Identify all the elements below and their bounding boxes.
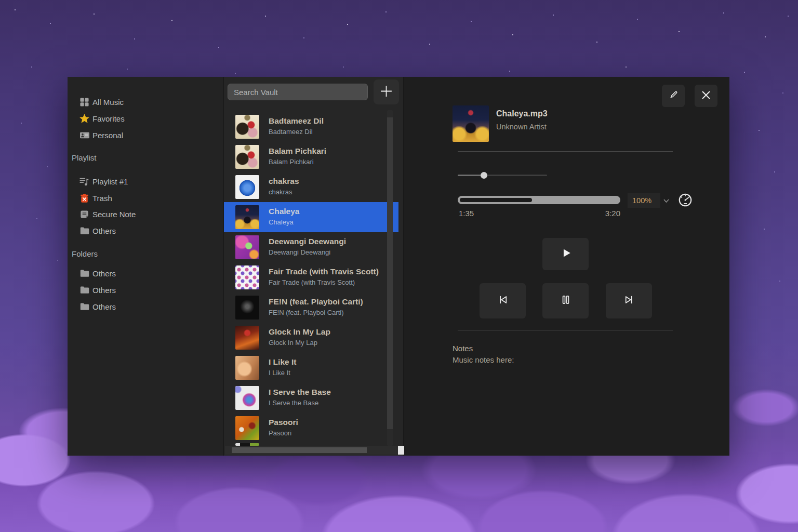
- album-art: [235, 145, 259, 169]
- secure-note-icon: [79, 209, 90, 220]
- sidebar-item-label: Others: [92, 227, 116, 235]
- next-button[interactable]: [606, 283, 652, 318]
- song-row[interactable]: I Like It I Like It: [224, 353, 398, 383]
- sidebar-section-playlist: Playlist: [72, 153, 97, 162]
- close-icon: [700, 89, 712, 103]
- song-title: I Serve the Base: [269, 388, 331, 397]
- sidebar-item-label: Secure Note: [92, 210, 136, 219]
- stars-decoration: [0, 0, 1, 1]
- song-subtitle: chakras: [269, 188, 292, 196]
- sidebar-item-favorites[interactable]: Favorites: [68, 112, 223, 125]
- time-elapsed: 1:35: [459, 209, 474, 218]
- song-row[interactable]: Glock In My Lap Glock In My Lap: [224, 323, 398, 353]
- previous-button[interactable]: [480, 283, 526, 318]
- volume-thumb[interactable]: [481, 172, 487, 179]
- song-subtitle: Deewangi Deewangi: [269, 248, 330, 256]
- search-input[interactable]: [228, 84, 368, 100]
- song-title: chakras: [269, 177, 299, 186]
- song-title: Pasoori: [269, 418, 298, 427]
- skip-previous-icon: [496, 293, 510, 309]
- id-card-icon: [79, 130, 90, 141]
- plus-icon: [379, 84, 393, 100]
- sidebar-item-trash[interactable]: Trash: [68, 192, 223, 204]
- sidebar-item-all-music[interactable]: All Music: [68, 96, 223, 108]
- now-playing-filename: Chaleya.mp3: [496, 109, 548, 118]
- play-button[interactable]: [542, 238, 589, 270]
- album-art: [235, 235, 259, 259]
- trash-icon: [79, 193, 90, 204]
- song-subtitle: Chaleya: [269, 218, 294, 226]
- sidebar-item-others[interactable]: Others: [68, 224, 223, 237]
- song-title: Deewangi Deewangi: [269, 237, 346, 246]
- add-button[interactable]: [374, 79, 399, 104]
- song-row[interactable]: Pasoori Pasoori: [224, 413, 398, 443]
- horizontal-scrollbar-thumb[interactable]: [232, 447, 367, 453]
- song-row[interactable]: Balam Pichkari Balam Pichkari: [224, 142, 398, 172]
- sidebar-item-label: Others: [92, 302, 116, 311]
- grid-icon: [79, 97, 90, 108]
- folder-icon: [79, 285, 90, 296]
- song-title: Balam Pichkari: [269, 147, 326, 156]
- edit-button[interactable]: [662, 85, 685, 107]
- horizontal-scrollbar[interactable]: [225, 446, 398, 455]
- notes-text: Music notes here:: [453, 355, 514, 364]
- song-title: Badtameez Dil: [269, 116, 324, 126]
- song-row[interactable]: I Serve the Base I Serve the Base: [224, 383, 398, 413]
- sidebar-item-label: Trash: [92, 194, 112, 203]
- sidebar-item-label: Others: [92, 286, 116, 295]
- sidebar-folder-others-3[interactable]: Others: [68, 300, 223, 313]
- vertical-scrollbar[interactable]: [387, 110, 393, 446]
- sidebar-item-label: Playlist #1: [92, 177, 128, 186]
- song-subtitle: Glock In My Lap: [269, 339, 317, 347]
- divider: [458, 151, 673, 152]
- album-art: [235, 326, 259, 350]
- volume-fill: [458, 175, 484, 176]
- album-art: [235, 115, 259, 139]
- progress-fill: [460, 198, 532, 202]
- song-subtitle: I Like It: [269, 369, 290, 377]
- song-title: Chaleya: [269, 207, 299, 216]
- song-list: Badtameez Dil Badtameez Dil Balam Pichka…: [224, 112, 398, 446]
- song-row[interactable]: Fair Trade (with Travis Scott) Fair Trad…: [224, 262, 398, 292]
- now-playing-artist: Unknown Artist: [496, 123, 547, 131]
- album-art: [235, 205, 259, 229]
- song-row[interactable]: Badtameez Dil Badtameez Dil: [224, 112, 398, 142]
- vertical-scrollbar-thumb[interactable]: [387, 117, 393, 429]
- pencil-icon: [667, 89, 680, 103]
- sidebar-item-secure-note[interactable]: Secure Note: [68, 208, 223, 220]
- pause-icon: [559, 293, 573, 309]
- speed-select[interactable]: 100%: [628, 193, 660, 208]
- sidebar-item-label: Others: [92, 269, 116, 278]
- song-row[interactable]: chakras chakras: [224, 172, 398, 202]
- song-row[interactable]: Deewangi Deewangi Deewangi Deewangi: [224, 232, 398, 262]
- song-subtitle: Fair Trade (with Travis Scott): [269, 278, 355, 286]
- play-icon: [558, 246, 573, 262]
- close-button[interactable]: [695, 85, 717, 107]
- song-subtitle: FE!N (feat. Playboi Carti): [269, 309, 344, 316]
- sidebar-folder-others-1[interactable]: Others: [68, 267, 223, 280]
- song-row-selected[interactable]: Chaleya Chaleya: [224, 202, 398, 232]
- album-art: [235, 175, 259, 199]
- music-vault-window: All Music Favorites Personal Playlist Pl…: [68, 77, 729, 456]
- sidebar-item-label: Personal: [92, 131, 123, 140]
- sidebar-item-personal[interactable]: Personal: [68, 129, 223, 141]
- speedometer-icon[interactable]: [677, 192, 694, 208]
- star-icon: [79, 113, 90, 124]
- song-title: Glock In My Lap: [269, 327, 330, 337]
- chevron-down-icon[interactable]: [660, 193, 672, 208]
- song-row[interactable]: FE!N (feat. Playboi Carti) FE!N (feat. P…: [224, 292, 398, 323]
- song-title: FE!N (feat. Playboi Carti): [269, 297, 363, 307]
- divider: [458, 330, 673, 330]
- song-title: Fair Trade (with Travis Scott): [269, 267, 379, 276]
- album-art: [235, 386, 259, 410]
- sidebar-item-playlist-1[interactable]: Playlist #1: [68, 175, 223, 188]
- pause-button[interactable]: [542, 283, 589, 318]
- sidebar-folder-others-2[interactable]: Others: [68, 284, 223, 296]
- album-art: [235, 265, 259, 289]
- sidebar-item-label: Favorites: [92, 114, 125, 123]
- progress-bar[interactable]: [458, 196, 620, 204]
- sidebar-section-folders: Folders: [72, 249, 98, 258]
- song-subtitle: Pasoori: [269, 429, 291, 437]
- folder-icon: [79, 301, 90, 312]
- volume-slider[interactable]: [458, 175, 547, 176]
